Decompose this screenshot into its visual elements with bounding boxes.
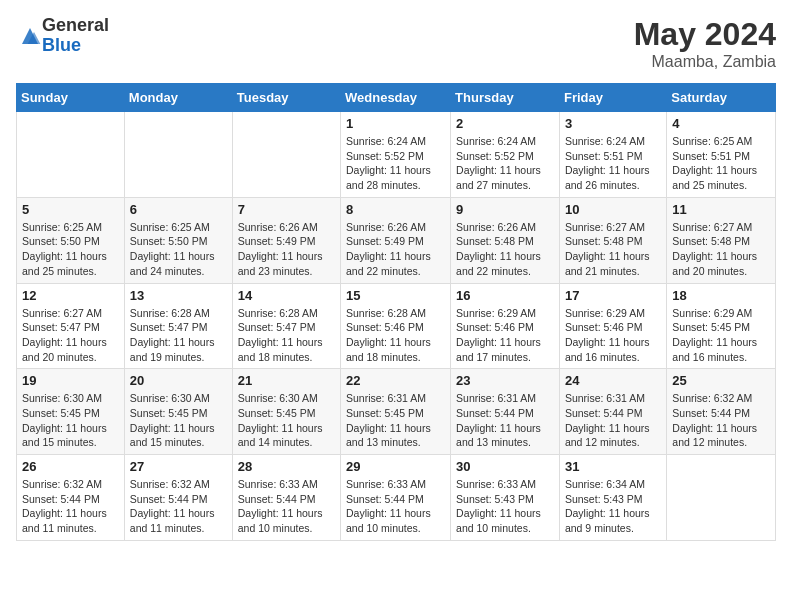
day-info: Sunrise: 6:34 AM Sunset: 5:43 PM Dayligh… (565, 477, 661, 536)
day-number: 26 (22, 459, 119, 474)
month-year: May 2024 (634, 16, 776, 53)
day-number: 10 (565, 202, 661, 217)
day-info: Sunrise: 6:32 AM Sunset: 5:44 PM Dayligh… (672, 391, 770, 450)
weekday-header: Monday (124, 84, 232, 112)
day-number: 24 (565, 373, 661, 388)
calendar-table: SundayMondayTuesdayWednesdayThursdayFrid… (16, 83, 776, 541)
day-info: Sunrise: 6:25 AM Sunset: 5:51 PM Dayligh… (672, 134, 770, 193)
calendar-cell: 25Sunrise: 6:32 AM Sunset: 5:44 PM Dayli… (667, 369, 776, 455)
day-number: 14 (238, 288, 335, 303)
day-number: 19 (22, 373, 119, 388)
calendar-cell: 14Sunrise: 6:28 AM Sunset: 5:47 PM Dayli… (232, 283, 340, 369)
page-header: General Blue May 2024 Maamba, Zambia (16, 16, 776, 71)
calendar-cell: 20Sunrise: 6:30 AM Sunset: 5:45 PM Dayli… (124, 369, 232, 455)
day-info: Sunrise: 6:31 AM Sunset: 5:45 PM Dayligh… (346, 391, 445, 450)
calendar-week-row: 26Sunrise: 6:32 AM Sunset: 5:44 PM Dayli… (17, 455, 776, 541)
calendar-cell: 1Sunrise: 6:24 AM Sunset: 5:52 PM Daylig… (341, 112, 451, 198)
day-info: Sunrise: 6:30 AM Sunset: 5:45 PM Dayligh… (238, 391, 335, 450)
calendar-week-row: 12Sunrise: 6:27 AM Sunset: 5:47 PM Dayli… (17, 283, 776, 369)
calendar-cell: 13Sunrise: 6:28 AM Sunset: 5:47 PM Dayli… (124, 283, 232, 369)
day-info: Sunrise: 6:26 AM Sunset: 5:48 PM Dayligh… (456, 220, 554, 279)
calendar-cell: 2Sunrise: 6:24 AM Sunset: 5:52 PM Daylig… (451, 112, 560, 198)
calendar-week-row: 5Sunrise: 6:25 AM Sunset: 5:50 PM Daylig… (17, 197, 776, 283)
day-info: Sunrise: 6:31 AM Sunset: 5:44 PM Dayligh… (456, 391, 554, 450)
day-info: Sunrise: 6:30 AM Sunset: 5:45 PM Dayligh… (130, 391, 227, 450)
calendar-cell: 5Sunrise: 6:25 AM Sunset: 5:50 PM Daylig… (17, 197, 125, 283)
day-number: 15 (346, 288, 445, 303)
logo: General Blue (16, 16, 109, 56)
calendar-cell: 27Sunrise: 6:32 AM Sunset: 5:44 PM Dayli… (124, 455, 232, 541)
day-info: Sunrise: 6:29 AM Sunset: 5:46 PM Dayligh… (456, 306, 554, 365)
calendar-cell: 16Sunrise: 6:29 AM Sunset: 5:46 PM Dayli… (451, 283, 560, 369)
calendar-cell: 9Sunrise: 6:26 AM Sunset: 5:48 PM Daylig… (451, 197, 560, 283)
calendar-cell: 11Sunrise: 6:27 AM Sunset: 5:48 PM Dayli… (667, 197, 776, 283)
day-info: Sunrise: 6:28 AM Sunset: 5:46 PM Dayligh… (346, 306, 445, 365)
day-number: 17 (565, 288, 661, 303)
day-number: 30 (456, 459, 554, 474)
day-info: Sunrise: 6:33 AM Sunset: 5:44 PM Dayligh… (238, 477, 335, 536)
logo-text: General Blue (42, 16, 109, 56)
day-number: 6 (130, 202, 227, 217)
weekday-header: Thursday (451, 84, 560, 112)
day-info: Sunrise: 6:33 AM Sunset: 5:44 PM Dayligh… (346, 477, 445, 536)
day-info: Sunrise: 6:27 AM Sunset: 5:48 PM Dayligh… (565, 220, 661, 279)
day-number: 11 (672, 202, 770, 217)
calendar-cell: 15Sunrise: 6:28 AM Sunset: 5:46 PM Dayli… (341, 283, 451, 369)
weekday-header: Saturday (667, 84, 776, 112)
calendar-cell: 7Sunrise: 6:26 AM Sunset: 5:49 PM Daylig… (232, 197, 340, 283)
day-info: Sunrise: 6:28 AM Sunset: 5:47 PM Dayligh… (238, 306, 335, 365)
calendar-cell: 19Sunrise: 6:30 AM Sunset: 5:45 PM Dayli… (17, 369, 125, 455)
calendar-cell: 18Sunrise: 6:29 AM Sunset: 5:45 PM Dayli… (667, 283, 776, 369)
calendar-cell: 22Sunrise: 6:31 AM Sunset: 5:45 PM Dayli… (341, 369, 451, 455)
calendar-cell: 31Sunrise: 6:34 AM Sunset: 5:43 PM Dayli… (559, 455, 666, 541)
calendar-cell: 3Sunrise: 6:24 AM Sunset: 5:51 PM Daylig… (559, 112, 666, 198)
calendar-cell (667, 455, 776, 541)
day-number: 29 (346, 459, 445, 474)
day-number: 3 (565, 116, 661, 131)
calendar-week-row: 19Sunrise: 6:30 AM Sunset: 5:45 PM Dayli… (17, 369, 776, 455)
calendar-cell: 29Sunrise: 6:33 AM Sunset: 5:44 PM Dayli… (341, 455, 451, 541)
logo-icon (18, 24, 42, 48)
weekday-header-row: SundayMondayTuesdayWednesdayThursdayFrid… (17, 84, 776, 112)
day-info: Sunrise: 6:30 AM Sunset: 5:45 PM Dayligh… (22, 391, 119, 450)
day-number: 12 (22, 288, 119, 303)
calendar-cell: 8Sunrise: 6:26 AM Sunset: 5:49 PM Daylig… (341, 197, 451, 283)
logo-blue: Blue (42, 36, 109, 56)
day-number: 9 (456, 202, 554, 217)
day-info: Sunrise: 6:28 AM Sunset: 5:47 PM Dayligh… (130, 306, 227, 365)
day-number: 13 (130, 288, 227, 303)
calendar-cell: 30Sunrise: 6:33 AM Sunset: 5:43 PM Dayli… (451, 455, 560, 541)
weekday-header: Tuesday (232, 84, 340, 112)
day-number: 25 (672, 373, 770, 388)
day-info: Sunrise: 6:29 AM Sunset: 5:46 PM Dayligh… (565, 306, 661, 365)
day-number: 18 (672, 288, 770, 303)
day-number: 16 (456, 288, 554, 303)
day-info: Sunrise: 6:24 AM Sunset: 5:52 PM Dayligh… (346, 134, 445, 193)
weekday-header: Friday (559, 84, 666, 112)
day-number: 21 (238, 373, 335, 388)
calendar-cell: 24Sunrise: 6:31 AM Sunset: 5:44 PM Dayli… (559, 369, 666, 455)
calendar-cell: 4Sunrise: 6:25 AM Sunset: 5:51 PM Daylig… (667, 112, 776, 198)
calendar-cell (17, 112, 125, 198)
title-section: May 2024 Maamba, Zambia (634, 16, 776, 71)
day-number: 7 (238, 202, 335, 217)
calendar-cell (124, 112, 232, 198)
day-number: 27 (130, 459, 227, 474)
day-number: 28 (238, 459, 335, 474)
calendar-cell: 26Sunrise: 6:32 AM Sunset: 5:44 PM Dayli… (17, 455, 125, 541)
day-info: Sunrise: 6:25 AM Sunset: 5:50 PM Dayligh… (22, 220, 119, 279)
day-number: 23 (456, 373, 554, 388)
day-number: 31 (565, 459, 661, 474)
day-info: Sunrise: 6:24 AM Sunset: 5:51 PM Dayligh… (565, 134, 661, 193)
weekday-header: Wednesday (341, 84, 451, 112)
day-info: Sunrise: 6:27 AM Sunset: 5:47 PM Dayligh… (22, 306, 119, 365)
day-number: 8 (346, 202, 445, 217)
calendar-cell: 6Sunrise: 6:25 AM Sunset: 5:50 PM Daylig… (124, 197, 232, 283)
day-info: Sunrise: 6:25 AM Sunset: 5:50 PM Dayligh… (130, 220, 227, 279)
day-info: Sunrise: 6:32 AM Sunset: 5:44 PM Dayligh… (22, 477, 119, 536)
day-info: Sunrise: 6:33 AM Sunset: 5:43 PM Dayligh… (456, 477, 554, 536)
day-number: 4 (672, 116, 770, 131)
day-number: 5 (22, 202, 119, 217)
logo-general: General (42, 16, 109, 36)
calendar-cell: 28Sunrise: 6:33 AM Sunset: 5:44 PM Dayli… (232, 455, 340, 541)
